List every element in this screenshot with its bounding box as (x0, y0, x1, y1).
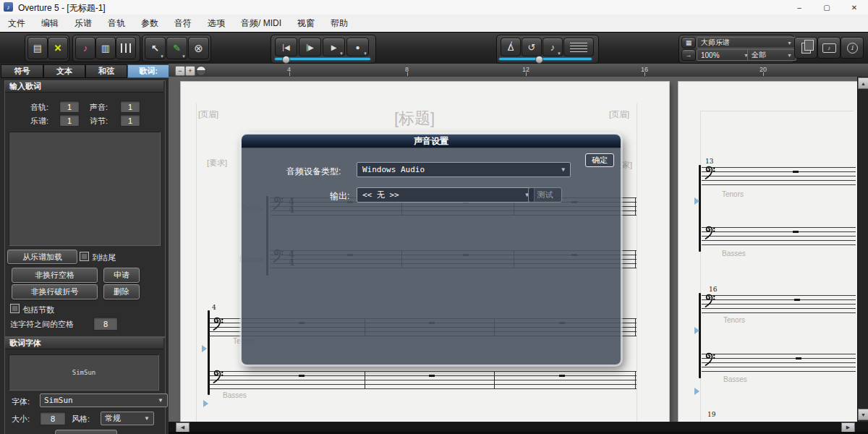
step-back-button[interactable]: |◀ (275, 38, 297, 56)
vertical-scrollbar[interactable] (857, 77, 868, 422)
score-list-button[interactable]: ▦ (681, 37, 696, 48)
dialog-title-bar[interactable]: 声音设置 (242, 135, 621, 148)
staff-basses[interactable] (210, 371, 637, 389)
zoom-dropdown[interactable]: 100%▼ (697, 49, 753, 61)
apply-button[interactable]: 申请 (103, 268, 140, 283)
tab-symbols[interactable]: 符号 (1, 64, 43, 78)
ruler-tick (407, 72, 408, 76)
menu-bar: 文件 编辑 乐谱 音轨 参数 音符 选项 音频/ MIDI 视窗 帮助 (0, 14, 868, 32)
system-handle[interactable] (203, 400, 208, 407)
composer-placeholder[interactable]: 家] (622, 160, 632, 171)
ok-button[interactable]: 确定 (585, 153, 614, 167)
instruction-placeholder[interactable]: [要求] (207, 158, 227, 169)
delete-button[interactable]: 删除 (103, 284, 140, 299)
zoom-in-button[interactable]: + (185, 66, 195, 76)
system-handle[interactable] (202, 345, 207, 352)
score-page-2[interactable]: 13 Tenors Basses 16 Tenors Basses 19 (678, 82, 857, 422)
menu-edit[interactable]: 编辑 (33, 14, 67, 32)
lyric-font-header: 歌词字体 (5, 338, 163, 349)
menu-audio-midi[interactable]: 音频/ MIDI (233, 14, 289, 32)
play-icon: ▶ (331, 43, 337, 51)
scroll-left-button[interactable]: ◀ (176, 422, 190, 433)
tab-chords[interactable]: 和弦 (85, 64, 127, 78)
goto-button[interactable]: → (681, 49, 696, 61)
maximize-button[interactable]: ▢ (813, 0, 841, 14)
menu-window[interactable]: 视窗 (289, 14, 323, 32)
staff-settings-icon (570, 43, 587, 52)
menu-file[interactable]: 文件 (0, 14, 33, 32)
size-input[interactable]: 8 (40, 412, 66, 425)
to-end-label: 到结尾 (92, 252, 116, 263)
transport-slider-thumb[interactable] (282, 56, 290, 64)
track-list-button[interactable]: ▥ (95, 37, 116, 59)
metronome-button[interactable]: Δ (501, 38, 521, 56)
menu-track[interactable]: 音轨 (100, 14, 133, 32)
header-placeholder-right[interactable]: [页眉] (609, 109, 629, 120)
pencil-tool-button[interactable]: ✎▼ (166, 37, 187, 59)
system-handle[interactable] (694, 197, 699, 205)
nbsp-button[interactable]: 非换行空格 (12, 268, 98, 283)
select-tool-button[interactable]: ↖▼ (145, 37, 166, 59)
lyrics-textarea[interactable] (9, 132, 161, 246)
hyphen-space-input[interactable]: 8 (93, 317, 118, 331)
header-placeholder-left[interactable]: [页眉] (198, 109, 218, 120)
staff-basses[interactable] (702, 227, 856, 245)
title-placeholder[interactable]: [标题] (394, 108, 435, 129)
test-button[interactable]: 测试 (528, 187, 562, 203)
track-input[interactable]: 1 (59, 101, 80, 113)
system-handle[interactable] (694, 388, 699, 395)
menu-options[interactable]: 选项 (200, 14, 233, 32)
range-dropdown[interactable]: 全部▼ (747, 49, 796, 61)
note-palette-button[interactable]: ♪ (75, 37, 95, 59)
tempo-slider[interactable] (499, 58, 592, 60)
print-button[interactable]: ▤ (27, 37, 48, 59)
menu-notes[interactable]: 音符 (166, 14, 200, 32)
minimize-button[interactable]: – (786, 0, 813, 14)
staff-tenors[interactable] (702, 295, 856, 313)
score-dropdown[interactable]: 大师乐谱▼ (697, 37, 796, 48)
staff-tenors[interactable] (702, 167, 856, 185)
partial-bottom-button[interactable] (55, 430, 117, 434)
staff-basses[interactable] (702, 354, 856, 372)
score-input[interactable]: 1 (59, 114, 80, 127)
staff-settings-button[interactable] (563, 38, 594, 56)
output-dropdown[interactable]: << 无 >>▼ (357, 187, 535, 203)
tab-text[interactable]: 文本 (43, 64, 85, 78)
note-duration-button[interactable]: ♪▼ (542, 38, 563, 56)
eraser-tool-button[interactable]: ⊗ (188, 37, 209, 59)
voice-input[interactable]: 1 (120, 101, 140, 113)
tools-button[interactable]: ✕ (48, 37, 68, 59)
menu-score[interactable]: 乐谱 (67, 14, 100, 32)
record-button[interactable]: ●▼ (346, 38, 369, 56)
style-dropdown[interactable]: 常规▼ (101, 412, 154, 425)
font-preview: SimSun (9, 354, 159, 391)
tempo-slider-thumb[interactable] (535, 56, 543, 64)
loop-button[interactable]: ↺ (522, 38, 542, 56)
system-handle[interactable] (694, 327, 699, 334)
menu-help[interactable]: 帮助 (323, 14, 356, 32)
menu-params[interactable]: 参数 (133, 14, 166, 32)
include-verse-checkbox[interactable] (10, 304, 20, 313)
media-library-button[interactable]: ♪ (817, 37, 841, 59)
tab-lyrics[interactable]: 歌词: (127, 64, 169, 78)
scroll-down-button[interactable]: ▼ (858, 409, 868, 420)
mixer-button[interactable] (116, 37, 136, 59)
verse-input[interactable]: 1 (120, 114, 140, 127)
load-from-score-button[interactable]: 从乐谱加载 (7, 250, 77, 264)
scroll-right-button[interactable]: ▶ (841, 422, 855, 433)
step-forward-button[interactable]: |▶ (299, 38, 321, 56)
info-button[interactable]: i (841, 37, 864, 59)
device-type-dropdown[interactable]: Windows Audio▼ (357, 162, 571, 177)
font-dropdown[interactable]: SimSun▼ (40, 393, 168, 407)
nbdash-button[interactable]: 非换行破折号 (12, 284, 98, 299)
to-end-checkbox[interactable] (80, 252, 89, 261)
copy-button[interactable] (794, 37, 817, 59)
hyphen-space-label: 连字符之间的空格 (10, 319, 74, 330)
minus-icon: − (178, 67, 182, 75)
scroll-up-button[interactable]: ▲ (858, 77, 868, 89)
horizontal-scrollbar[interactable] (169, 422, 868, 432)
close-button[interactable]: ✕ (841, 0, 868, 14)
zoom-out-button[interactable]: − (175, 66, 185, 76)
play-button[interactable]: ▶▼ (323, 38, 345, 56)
page-mode-knob[interactable] (196, 66, 206, 76)
